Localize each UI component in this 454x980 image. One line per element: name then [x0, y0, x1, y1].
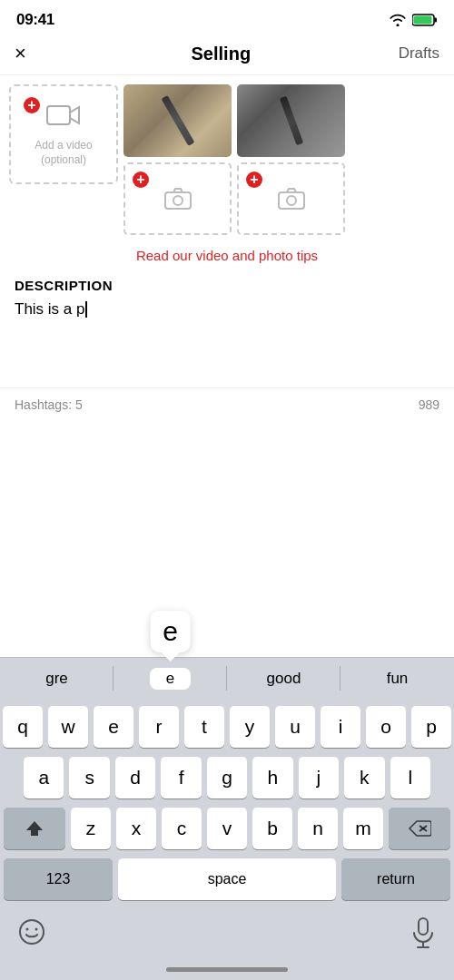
status-icons — [389, 14, 438, 26]
camera-icon-1 — [164, 188, 192, 210]
key-q[interactable]: q — [3, 706, 43, 748]
home-bar — [166, 967, 288, 972]
pen-shape-2 — [279, 96, 302, 145]
add-photo-button-2[interactable]: + — [237, 162, 345, 235]
char-count: 989 — [419, 397, 439, 412]
key-t[interactable]: t — [184, 706, 224, 748]
key-r[interactable]: r — [139, 706, 179, 748]
key-s[interactable]: s — [69, 757, 109, 799]
svg-rect-3 — [47, 106, 70, 124]
wifi-icon — [389, 14, 407, 26]
key-p[interactable]: p — [411, 706, 451, 748]
camera-icon-2 — [278, 188, 305, 210]
add-photo-badge-2: + — [246, 172, 262, 188]
key-y[interactable]: y — [230, 706, 270, 748]
suggestion-good-label: good — [267, 670, 301, 688]
page-title: Selling — [192, 44, 252, 64]
key-j[interactable]: j — [299, 757, 339, 799]
key-m[interactable]: m — [343, 808, 383, 849]
suggestion-gre[interactable]: gre — [0, 658, 114, 699]
key-row-4: 123 space return — [4, 858, 450, 900]
suggestion-good[interactable]: good — [227, 658, 340, 699]
key-e[interactable]: e — [94, 706, 133, 748]
key-row-1: q w e r t y u i o p — [4, 706, 450, 748]
add-photo-badge-1: + — [133, 172, 149, 188]
shift-key[interactable] — [4, 808, 65, 849]
battery-icon — [412, 14, 438, 26]
mic-icon — [410, 916, 436, 949]
key-x[interactable]: x — [116, 808, 156, 849]
key-h[interactable]: h — [252, 757, 292, 799]
letter-popup: e — [150, 611, 191, 652]
key-o[interactable]: o — [366, 706, 406, 748]
suggestion-fun-label: fun — [387, 670, 409, 688]
content-area: + Add a video(optional) — [0, 75, 454, 421]
add-photo-button-1[interactable]: + — [123, 162, 232, 235]
backspace-key[interactable] — [389, 808, 450, 849]
photo-row-1 — [123, 84, 445, 157]
photo-row-2: + + — [123, 162, 445, 235]
key-b[interactable]: b — [252, 808, 292, 849]
add-video-badge: + — [24, 97, 40, 113]
emoji-icon — [18, 918, 45, 946]
key-w[interactable]: w — [48, 706, 88, 748]
key-row-3: z x c v b n m — [4, 808, 450, 849]
key-g[interactable]: g — [207, 757, 247, 799]
keys-area: q w e r t y u i o p a s d f g h j k l — [0, 699, 454, 911]
home-indicator — [0, 962, 454, 980]
hashtags-bar: Hashtags: 5 989 — [0, 387, 454, 421]
suggestion-gre-label: gre — [45, 670, 68, 688]
key-i[interactable]: i — [321, 706, 360, 748]
description-text: This is a p — [15, 300, 84, 318]
svg-marker-8 — [26, 821, 43, 836]
shift-icon — [25, 819, 44, 838]
photo-grid: + Add a video(optional) — [0, 75, 454, 235]
svg-point-13 — [35, 927, 38, 930]
svg-rect-2 — [414, 16, 432, 24]
nav-bar: × Selling Drafts — [0, 34, 454, 75]
return-key[interactable]: return — [341, 858, 450, 900]
key-v[interactable]: v — [207, 808, 247, 849]
add-video-label: Add a video(optional) — [35, 139, 92, 167]
tips-link[interactable]: Read our video and photo tips — [0, 235, 454, 272]
hashtags-label: Hashtags: 5 — [15, 397, 83, 412]
photo-right-grid: + + — [123, 84, 445, 235]
svg-point-7 — [287, 196, 296, 205]
key-f[interactable]: f — [161, 757, 201, 799]
photo-thumb-1[interactable] — [123, 84, 232, 157]
key-l[interactable]: l — [390, 757, 430, 799]
add-video-button[interactable]: + Add a video(optional) — [9, 84, 118, 184]
key-u[interactable]: u — [275, 706, 315, 748]
svg-rect-14 — [419, 918, 428, 935]
svg-rect-4 — [165, 192, 191, 209]
suggestion-fun[interactable]: fun — [340, 658, 454, 699]
drafts-button[interactable]: Drafts — [399, 44, 439, 63]
key-d[interactable]: d — [115, 757, 155, 799]
suggestion-e[interactable]: e e — [114, 658, 227, 699]
svg-point-5 — [173, 196, 183, 205]
status-bar: 09:41 — [0, 0, 454, 34]
video-icon — [46, 102, 81, 135]
text-cursor — [85, 301, 87, 318]
key-z[interactable]: z — [71, 808, 111, 849]
close-button[interactable]: × — [15, 42, 44, 65]
emoji-button[interactable] — [18, 918, 45, 952]
photo-thumb-2[interactable] — [237, 84, 345, 157]
key-row-2: a s d f g h j k l — [4, 757, 450, 799]
description-input[interactable]: This is a p — [0, 297, 454, 351]
mic-button[interactable] — [410, 916, 436, 953]
svg-point-12 — [26, 927, 29, 930]
description-label: DESCRIPTION — [0, 272, 454, 297]
space-key[interactable]: space — [118, 858, 336, 900]
keyboard: gre e e good fun q w e r t y u i o p — [0, 657, 454, 980]
key-a[interactable]: a — [24, 757, 64, 799]
key-n[interactable]: n — [298, 808, 338, 849]
numbers-key[interactable]: 123 — [4, 858, 113, 900]
status-time: 09:41 — [16, 11, 54, 29]
keyboard-bottom-bar — [0, 911, 454, 962]
key-c[interactable]: c — [162, 808, 202, 849]
key-k[interactable]: k — [344, 757, 384, 799]
suggestions-row: gre e e good fun — [0, 657, 454, 699]
suggestion-e-label: e — [150, 668, 191, 690]
svg-rect-6 — [279, 192, 304, 209]
